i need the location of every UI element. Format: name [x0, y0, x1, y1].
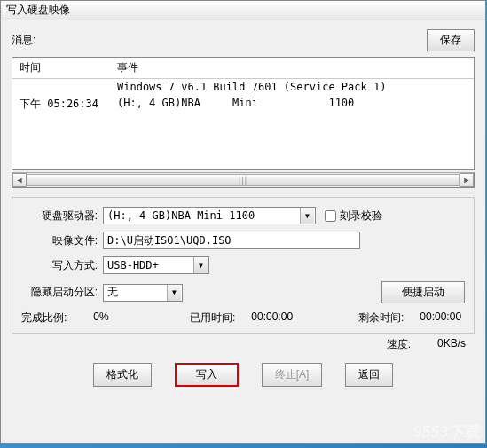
- window-title: 写入硬盘映像: [6, 3, 70, 18]
- verify-checkbox-input[interactable]: [325, 210, 336, 222]
- cell-event: (H:, 4 GB)NBA Mini 1100: [110, 95, 474, 114]
- convenient-boot-button[interactable]: 便捷启动: [381, 281, 465, 303]
- scroll-track[interactable]: |||: [27, 173, 460, 187]
- scroll-left-arrow-icon[interactable]: ◄: [12, 173, 27, 187]
- progress-label: 完成比例:: [21, 310, 67, 326]
- chevron-down-icon[interactable]: ▼: [167, 285, 181, 301]
- save-button[interactable]: 保存: [427, 29, 475, 51]
- table-row: Windows 7 v6.1 Build 7601 (Service Pack …: [12, 79, 474, 96]
- speed-label: 速度:: [387, 337, 411, 352]
- remain-value: 00:00:00: [420, 310, 461, 326]
- scroll-thumb[interactable]: |||: [27, 174, 460, 186]
- col-time[interactable]: 时间: [12, 58, 110, 79]
- image-path-input[interactable]: D:\U启动ISO1\UQD.ISO: [103, 232, 360, 249]
- remain-label: 剩余时间:: [358, 310, 404, 326]
- dialog-window: 写入硬盘映像 消息: 保存 时间 事件 Windows 7 v6.1 Build…: [0, 0, 486, 444]
- message-label: 消息:: [12, 33, 35, 48]
- image-label: 映像文件:: [21, 233, 103, 248]
- verify-label: 刻录校验: [340, 208, 382, 224]
- chevron-down-icon[interactable]: ▼: [193, 257, 208, 273]
- method-select[interactable]: USB-HDD+ ▼: [103, 256, 209, 274]
- col-event[interactable]: 事件: [110, 58, 474, 79]
- drive-value: (H:, 4 GB)NBA Mini 1100: [107, 209, 255, 222]
- cell-time: [12, 79, 110, 96]
- elapsed-value: 00:00:00: [251, 310, 293, 326]
- elapsed-label: 已用时间:: [190, 310, 235, 326]
- hide-value: 无: [107, 285, 118, 300]
- abort-button: 终止[A]: [262, 363, 323, 387]
- write-button[interactable]: 写入: [175, 363, 239, 387]
- hide-select[interactable]: 无 ▼: [103, 284, 183, 302]
- titlebar: 写入硬盘映像: [1, 1, 485, 20]
- method-value: USB-HDD+: [107, 259, 159, 271]
- cell-event: Windows 7 v6.1 Build 7601 (Service Pack …: [110, 79, 474, 96]
- drive-select[interactable]: (H:, 4 GB)NBA Mini 1100 ▼: [103, 207, 316, 224]
- table-row: 下午 05:26:34 (H:, 4 GB)NBA Mini 1100: [12, 95, 474, 114]
- button-row: 格式化 写入 终止[A] 返回: [12, 363, 475, 387]
- settings-group: 硬盘驱动器: (H:, 4 GB)NBA Mini 1100 ▼ 刻录校验 映像…: [12, 197, 475, 334]
- content-area: 消息: 保存 时间 事件 Windows 7 v6.1 Build 7601 (…: [1, 20, 485, 443]
- speed-value: 0KB/s: [437, 337, 466, 352]
- h-scrollbar[interactable]: ◄ ||| ►: [12, 172, 475, 188]
- progress-value: 0%: [93, 310, 108, 326]
- message-row: 消息: 保存: [12, 29, 475, 51]
- verify-checkbox[interactable]: 刻录校验: [325, 208, 382, 224]
- image-value: D:\U启动ISO1\UQD.ISO: [107, 233, 232, 248]
- format-button[interactable]: 格式化: [93, 363, 152, 387]
- hide-label: 隐藏启动分区:: [21, 285, 103, 300]
- status-row: 完成比例: 0% 已用时间: 00:00:00 剩余时间: 00:00:00: [21, 310, 465, 326]
- cell-time: 下午 05:26:34: [12, 95, 110, 114]
- log-table: 时间 事件 Windows 7 v6.1 Build 7601 (Service…: [12, 57, 475, 170]
- scroll-right-arrow-icon[interactable]: ►: [460, 173, 474, 187]
- speed-row: 速度: 0KB/s: [12, 337, 475, 352]
- method-label: 写入方式:: [21, 258, 103, 273]
- chevron-down-icon[interactable]: ▼: [300, 208, 314, 224]
- drive-label: 硬盘驱动器:: [21, 208, 103, 224]
- back-button[interactable]: 返回: [345, 363, 393, 387]
